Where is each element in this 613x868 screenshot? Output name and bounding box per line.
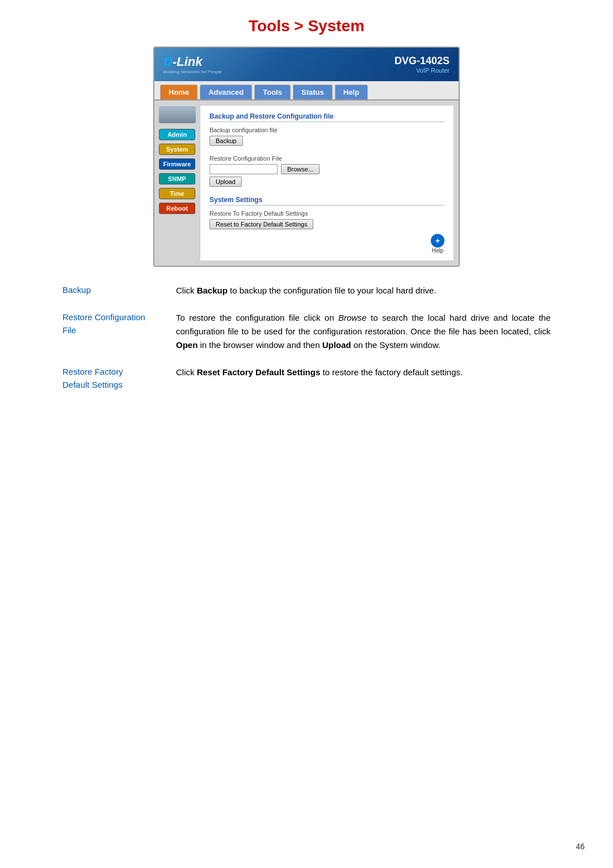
logo-text: D-Link — [163, 54, 222, 69]
sidebar-snmp-btn[interactable]: SNMP — [159, 173, 195, 184]
content-panel: Backup and Restore Configuration file Ba… — [200, 105, 454, 261]
section2-title: System Settings — [209, 196, 444, 206]
router-ui: D-Link Building Networks for People DVG-… — [153, 47, 460, 267]
router-header: D-Link Building Networks for People DVG-… — [154, 48, 459, 81]
sidebar-firmware-btn[interactable]: Firmware — [159, 158, 195, 170]
desc-factory-def: Click Reset Factory Default Settings to … — [176, 366, 551, 379]
backup-label: Backup configuration file — [209, 127, 444, 133]
descriptions-section: Backup Click Backup to backup the config… — [51, 284, 562, 391]
router-model: DVG-1402S VoIP Router — [394, 55, 450, 74]
sidebar-time-btn[interactable]: Time — [159, 188, 195, 199]
nav-tools[interactable]: Tools — [254, 85, 291, 99]
nav-bar: Home Advanced Tools Status Help — [154, 81, 459, 100]
sidebar: Admin System Firmware SNMP Time Reboot — [154, 100, 200, 266]
model-name: DVG-1402S — [394, 55, 450, 67]
restore-label: Restore Configuration File — [209, 155, 444, 162]
sidebar-reboot-btn[interactable]: Reboot — [159, 203, 195, 214]
device-image — [159, 106, 196, 123]
desc-backup-def: Click Backup to backup the configuration… — [176, 284, 551, 297]
desc-restore-config-def: To restore the configuration file click … — [176, 311, 551, 352]
section1-title: Backup and Restore Configuration file — [209, 112, 444, 122]
desc-factory-term: Restore FactoryDefault Settings — [62, 366, 176, 391]
model-subtitle: VoIP Router — [394, 67, 450, 74]
browse-button[interactable]: Browse... — [281, 164, 320, 174]
help-button[interactable]: + Help — [431, 234, 444, 254]
nav-help[interactable]: Help — [335, 85, 368, 99]
sidebar-system-btn[interactable]: System — [159, 144, 195, 155]
help-icon: + — [431, 234, 444, 248]
nav-advanced[interactable]: Advanced — [200, 85, 252, 99]
upload-button[interactable]: Upload — [209, 177, 242, 187]
desc-backup: Backup Click Backup to backup the config… — [62, 284, 551, 297]
backup-button[interactable]: Backup — [209, 136, 243, 146]
main-area: Admin System Firmware SNMP Time Reboot B… — [154, 100, 459, 266]
factory-label: Restore To Factory Default Settings — [209, 210, 444, 217]
sidebar-admin-btn[interactable]: Admin — [159, 129, 195, 140]
dlink-logo: D-Link Building Networks for People — [163, 54, 222, 74]
factory-reset-button[interactable]: Reset to Factory Default Settings — [209, 219, 313, 229]
nav-status[interactable]: Status — [293, 85, 333, 99]
help-area: + Help — [209, 234, 444, 254]
file-input-row: Browse... — [209, 164, 444, 174]
nav-home[interactable]: Home — [160, 85, 198, 99]
desc-factory: Restore FactoryDefault Settings Click Re… — [62, 366, 551, 391]
desc-restore-config: Restore ConfigurationFile To restore the… — [62, 311, 551, 352]
page-title: Tools > System — [0, 0, 613, 47]
file-path-input[interactable] — [209, 164, 278, 174]
logo-tagline: Building Networks for People — [163, 69, 222, 74]
desc-backup-term: Backup — [62, 284, 176, 297]
help-label-text: Help — [432, 248, 444, 254]
desc-restore-config-term: Restore ConfigurationFile — [62, 311, 176, 337]
page-number: 46 — [576, 842, 585, 851]
